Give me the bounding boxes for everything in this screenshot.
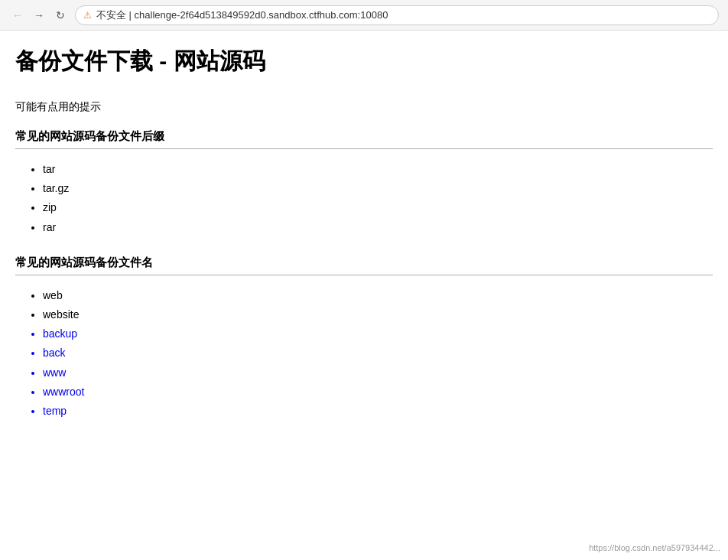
list-item: website: [43, 305, 713, 324]
address-text: 不安全 | challenge-2f64d513849592d0.sandbox…: [96, 8, 388, 22]
list-item: tar.gz: [43, 179, 713, 198]
back-button[interactable]: ←: [9, 7, 26, 24]
page-title: 备份文件下载 - 网站源码: [15, 46, 713, 77]
browser-chrome: ← → ↻ ⚠ 不安全 | challenge-2f64d513849592d0…: [0, 0, 728, 31]
page-content: 备份文件下载 - 网站源码 可能有点用的提示 常见的网站源码备份文件后缀 tar…: [0, 31, 728, 470]
extensions-list: tar tar.gz zip rar: [15, 160, 713, 237]
list-item: zip: [43, 198, 713, 217]
list-item: tar: [43, 160, 713, 179]
nav-buttons: ← → ↻: [9, 7, 69, 24]
section2-title: 常见的网站源码备份文件名: [15, 256, 713, 270]
address-bar[interactable]: ⚠ 不安全 | challenge-2f64d513849592d0.sandb…: [75, 5, 719, 25]
hint-text: 可能有点用的提示: [15, 100, 713, 114]
reload-button[interactable]: ↻: [52, 7, 69, 24]
watermark: https://blog.csdn.net/a597934442...: [589, 543, 720, 552]
list-item: backup: [43, 324, 713, 343]
list-item: temp: [43, 402, 713, 421]
section1-title: 常见的网站源码备份文件后缀: [15, 129, 713, 144]
divider-1: [15, 148, 713, 149]
list-item: rar: [43, 218, 713, 237]
filenames-list: web website backup back www wwwroot temp: [15, 286, 713, 421]
forward-button[interactable]: →: [31, 7, 47, 24]
list-item: wwwroot: [43, 383, 713, 402]
divider-2: [15, 275, 713, 275]
list-item: web: [43, 286, 713, 305]
list-item: www: [43, 363, 713, 383]
security-icon: ⚠: [83, 10, 92, 21]
list-item: back: [43, 343, 713, 363]
